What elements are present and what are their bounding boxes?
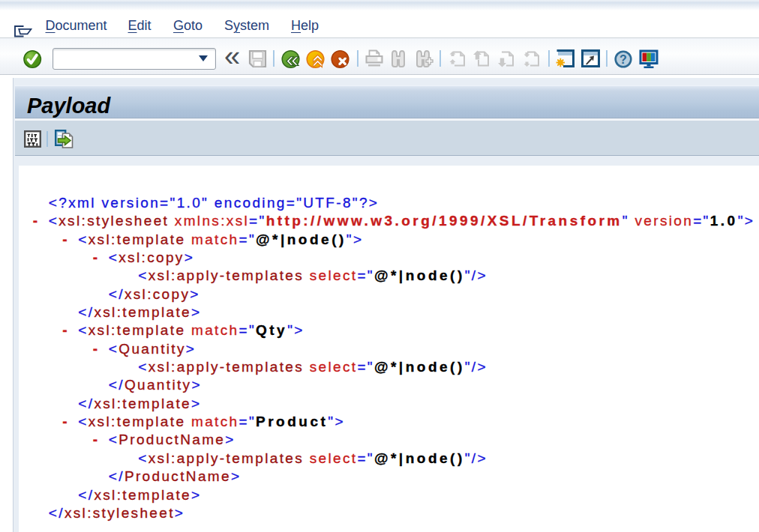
svg-text:?: ? — [620, 52, 627, 65]
